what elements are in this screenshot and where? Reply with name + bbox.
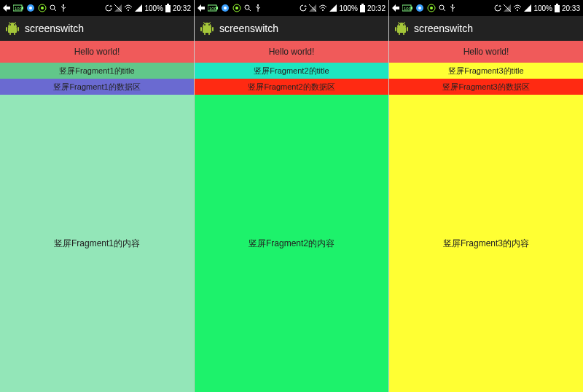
svg-point-53 (208, 24, 210, 26)
svg-marker-0 (3, 4, 10, 12)
fragment-title-text: 竖屏Fragment3的title (448, 66, 523, 77)
usb-icon (254, 4, 262, 12)
app-title: screenswitch (414, 23, 473, 34)
arrow-icon (197, 4, 205, 12)
status-bar: 100 100% 20:33 (389, 0, 583, 16)
hello-row: Hello world! (195, 41, 388, 63)
fragment-title-text: 竖屏Fragment2的title (254, 66, 329, 77)
fragment-content-text: 竖屏Fragment3的内容 (443, 238, 529, 250)
svg-point-5 (29, 7, 32, 9)
svg-point-67 (430, 7, 433, 9)
svg-line-69 (443, 9, 445, 11)
status-left: 100 (3, 4, 67, 12)
svg-line-39 (249, 9, 251, 11)
fragment-data-row: 竖屏Fragment1的数据区 (0, 79, 194, 95)
hello-row: Hello world! (389, 41, 583, 63)
svg-marker-60 (392, 4, 399, 12)
fragment-data-text: 竖屏Fragment3的数据区 (442, 82, 529, 93)
svg-point-71 (452, 4, 453, 6)
arrow-icon (3, 4, 10, 12)
app-bar: screenswitch (389, 16, 583, 41)
status-bar: 100 100% 20:32 (195, 0, 388, 16)
svg-rect-62 (411, 7, 412, 9)
svg-point-52 (204, 24, 206, 26)
svg-marker-44 (304, 5, 307, 7)
battery-percent: 100% (339, 4, 358, 12)
blue-circle-icon (415, 4, 424, 12)
screen-1: 100 100% 20:32 screenswitch (0, 0, 194, 392)
hello-row: Hello world! (0, 41, 194, 63)
svg-marker-74 (498, 5, 501, 7)
svg-rect-21 (8, 27, 17, 33)
fragment-title-row: 竖屏Fragment3的title (389, 63, 583, 79)
svg-point-7 (41, 7, 44, 9)
app-bar: screenswitch (195, 16, 388, 41)
svg-rect-55 (212, 27, 214, 31)
svg-marker-14 (109, 5, 112, 7)
svg-rect-51 (203, 27, 211, 33)
svg-rect-85 (407, 27, 408, 31)
fragment-content: 竖屏Fragment3的内容 (389, 95, 583, 392)
svg-rect-81 (397, 27, 406, 33)
svg-rect-27 (14, 33, 15, 35)
usb-icon (449, 4, 456, 12)
svg-point-83 (403, 24, 404, 26)
battery-percent: 100% (144, 4, 163, 12)
usb-icon (60, 4, 67, 12)
status-bar: 100 100% 20:32 (0, 0, 194, 16)
wifi-icon (513, 4, 522, 12)
search-icon (244, 4, 251, 12)
svg-point-35 (224, 7, 227, 9)
wifi-icon (124, 4, 133, 12)
svg-rect-24 (6, 27, 7, 31)
fragment-data-text: 竖屏Fragment2的数据区 (248, 82, 334, 93)
clock-text: 20:32 (173, 4, 191, 12)
fragment-data-row: 竖屏Fragment3的数据区 (389, 79, 583, 95)
battery-badge-icon: 100 (13, 4, 23, 12)
clock-text: 20:33 (562, 4, 580, 12)
svg-line-89 (404, 22, 405, 23)
svg-text:100: 100 (209, 7, 217, 11)
svg-line-58 (203, 22, 205, 23)
search-icon (439, 4, 446, 12)
svg-text:100: 100 (15, 7, 23, 11)
blue-circle-icon (221, 4, 230, 12)
android-icon (394, 20, 410, 36)
arrow-icon (392, 4, 399, 12)
battery-icon (360, 4, 365, 12)
hello-text: Hello world! (74, 47, 120, 57)
svg-point-11 (63, 4, 64, 6)
svg-rect-56 (204, 33, 206, 35)
svg-point-82 (399, 24, 400, 26)
svg-rect-25 (17, 27, 19, 31)
screens-row: 100 100% 20:32 screenswitch (0, 0, 583, 392)
svg-line-9 (54, 9, 56, 11)
svg-text:100: 100 (404, 7, 412, 11)
blue-circle-icon (26, 4, 35, 12)
svg-point-37 (235, 7, 238, 9)
svg-rect-54 (200, 27, 202, 31)
screen-3: 100 100% 20:33 screenswitch (388, 0, 583, 392)
refresh-icon (105, 4, 112, 12)
screen-2: 100 100% 20:32 screenswitch (194, 0, 388, 392)
battery-badge-icon: 100 (402, 4, 412, 12)
svg-rect-26 (9, 33, 11, 35)
status-right: 100% 20:32 (105, 4, 191, 12)
svg-rect-87 (403, 33, 404, 35)
svg-rect-2 (22, 7, 23, 9)
fragment-data-row: 竖屏Fragment2的数据区 (195, 79, 388, 95)
svg-point-65 (418, 7, 421, 9)
svg-line-29 (15, 22, 16, 23)
svg-rect-84 (395, 27, 396, 31)
svg-point-41 (257, 4, 259, 6)
green-circle-icon (232, 4, 241, 12)
svg-marker-78 (524, 4, 531, 12)
fragment-content: 竖屏Fragment2的内容 (195, 95, 388, 392)
refresh-icon (494, 4, 501, 12)
android-icon (4, 20, 20, 36)
app-title: screenswitch (219, 23, 278, 34)
svg-marker-30 (197, 4, 205, 12)
signal-icon (329, 4, 337, 12)
fragment-data-text: 竖屏Fragment1的数据区 (53, 82, 140, 93)
android-icon (199, 20, 215, 36)
